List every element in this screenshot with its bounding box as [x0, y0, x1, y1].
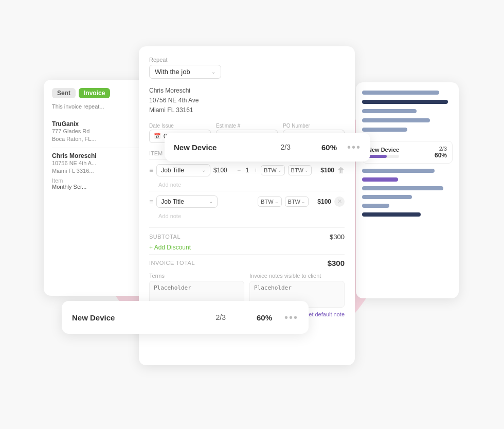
delete-item-icon[interactable]: ✕	[334, 196, 345, 207]
chevron-down-icon: ⌄	[202, 167, 206, 173]
item-column-header: ITEM	[149, 150, 163, 156]
drag-handle-icon[interactable]: ≡	[149, 198, 153, 206]
stat-bar	[362, 186, 443, 190]
stat-bar	[362, 128, 407, 132]
estimate-label: Estimate #	[216, 123, 278, 129]
stat-bar	[362, 118, 430, 122]
terms-label: Terms	[149, 273, 244, 279]
repeat-select-row: With the job ⌄	[149, 65, 345, 79]
tax1-value: BTW	[264, 167, 276, 173]
more-options-icon[interactable]: •••	[284, 312, 298, 324]
more-options-icon[interactable]: •••	[347, 141, 361, 153]
subtotal-label: SUBTOTAL	[149, 234, 181, 240]
chevron-down-icon: ⌄	[301, 199, 305, 204]
repeat-select[interactable]: With the job ⌄	[149, 65, 221, 79]
repeat-label: Repeat	[149, 57, 345, 63]
client-address-block: Chris Moreschi 10756 NE 4th Ave Miami FL…	[149, 86, 345, 116]
item-row: ≡ Job Title ⌄ $100 − 1 + BTW ⌄ BTW ⌄ $10…	[149, 159, 345, 181]
drag-handle-icon[interactable]: ≡	[149, 166, 153, 174]
add-discount-button[interactable]: + Add Discount	[149, 244, 191, 251]
tax2-value: BTW	[288, 199, 300, 205]
chevron-down-icon: ⌄	[209, 199, 213, 204]
stat-bar	[362, 204, 389, 208]
device-popup-card: New Device 2/3 60% •••	[165, 133, 370, 162]
device-bar-card: New Device 2/3 60% •••	[62, 301, 309, 334]
stat-bar	[362, 169, 435, 173]
chevron-down-icon: ⌄	[275, 199, 279, 204]
invoice-total-row: INVOICE TOTAL $300	[149, 254, 345, 267]
calendar-icon: 📅	[154, 133, 161, 139]
device-progress-row: New Device 2/3 60%	[362, 141, 453, 164]
item-price[interactable]: $100	[213, 167, 234, 174]
stat-bar	[362, 195, 412, 199]
stats-bars-bottom	[362, 169, 453, 219]
device-bar-fraction: 2/3	[215, 313, 225, 321]
client-addr2: Miami FL 33161	[149, 106, 193, 114]
discount-row: + Add Discount	[149, 244, 345, 251]
item-dash: +	[254, 167, 258, 174]
item-name: Job Title	[161, 198, 184, 205]
item-tax1-select[interactable]: BTW ⌄	[258, 196, 281, 207]
device-percent: 60%	[435, 152, 447, 159]
stats-bars-top	[362, 91, 453, 134]
tab-invoice[interactable]: Invoice	[79, 88, 110, 98]
stat-bar	[362, 177, 398, 182]
subtotal-row: SUBTOTAL $300	[149, 233, 345, 241]
subtotal-value: $300	[330, 233, 345, 241]
item-name: Job Title	[161, 167, 184, 174]
delete-item-icon[interactable]: 🗑	[337, 166, 345, 174]
item-row: ≡ Job Title ⌄ BTW ⌄ BTW ⌄ $100 ✕	[149, 191, 345, 212]
device-popup-fraction: 2/3	[280, 143, 290, 151]
device-bar-percent: 60%	[257, 313, 272, 322]
item-dash: −	[237, 167, 241, 174]
stat-bar	[362, 109, 417, 113]
chevron-down-icon: ⌄	[278, 168, 282, 173]
item-note[interactable]: Add note	[149, 212, 345, 222]
device-fraction: 2/3	[435, 146, 447, 152]
device-popup-label: New Device	[174, 143, 280, 152]
item-total: $100	[315, 167, 334, 174]
date-label: Date Issue	[149, 123, 211, 129]
progress-bar-bg	[368, 155, 399, 158]
po-label: PO Number	[283, 123, 345, 129]
device-bar-label: New Device	[72, 313, 215, 322]
stats-card: New Device 2/3 60%	[356, 82, 459, 298]
tax1-value: BTW	[261, 199, 273, 205]
invoice-total-label: INVOICE TOTAL	[149, 260, 195, 266]
notes-label: Invoice notes visible to client	[249, 273, 345, 279]
invoice-total-value: $300	[328, 259, 345, 267]
progress-bar-fill	[368, 155, 387, 158]
device-label: New Device	[368, 147, 399, 153]
repeat-value: With the job	[155, 68, 190, 76]
device-popup-percent: 60%	[321, 143, 337, 152]
stat-bar	[362, 212, 421, 217]
item-name-select[interactable]: Job Title ⌄	[156, 164, 210, 176]
stat-bar	[362, 100, 448, 104]
client-name: Chris Moreschi	[149, 87, 190, 94]
item-tax1-select[interactable]: BTW ⌄	[261, 165, 284, 175]
stat-bar	[362, 91, 439, 95]
item-total: $100	[312, 198, 331, 205]
item-quantity[interactable]: 1	[244, 167, 251, 174]
item-tax2-select[interactable]: BTW ⌄	[288, 165, 312, 175]
chevron-down-icon: ⌄	[304, 168, 309, 173]
tab-sent[interactable]: Sent	[52, 88, 76, 98]
item-tax2-select[interactable]: BTW ⌄	[285, 196, 309, 207]
item-note[interactable]: Add note	[149, 181, 345, 191]
item-name-select[interactable]: Job Title ⌄	[156, 195, 218, 208]
totals-section: SUBTOTAL $300 + Add Discount	[149, 227, 345, 251]
chevron-down-icon: ⌄	[211, 69, 215, 75]
tax2-value: BTW	[291, 167, 303, 173]
client-addr1: 10756 NE 4th Ave	[149, 97, 199, 104]
